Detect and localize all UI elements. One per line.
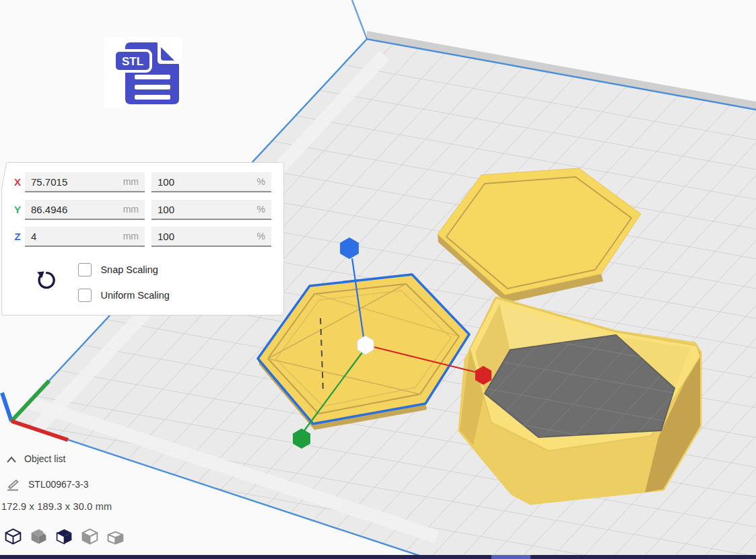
scale-tool-panel: X mm % Y mm % Z mm %: [1, 162, 284, 315]
x-size-input[interactable]: [25, 172, 145, 191]
scale-row-y: Y mm %: [2, 200, 283, 220]
mesh-type-toolbar: [3, 527, 125, 547]
status-bar: [0, 555, 756, 559]
cube-shell-icon[interactable]: [80, 527, 100, 546]
uniform-scaling-row: Uniform Scaling: [78, 289, 170, 303]
y-percent-input[interactable]: [151, 200, 271, 219]
scale-row-x: X mm %: [2, 172, 283, 192]
reset-counterclockwise-arrow-icon: [34, 269, 57, 292]
z-axis-label: Z: [11, 227, 24, 247]
z-size-input[interactable]: [25, 227, 145, 246]
stl-text-line: [135, 95, 170, 100]
x-percent-input[interactable]: [151, 172, 271, 191]
stl-file-icon[interactable]: STL: [104, 37, 182, 108]
cube-open-icon[interactable]: [106, 527, 125, 546]
object-list-title: Object list: [24, 453, 65, 464]
uniform-scaling-label: Uniform Scaling: [100, 290, 169, 301]
object-name: STL00967-3-3: [28, 479, 89, 490]
snap-scaling-checkbox[interactable]: [78, 263, 92, 276]
z-percent-input[interactable]: [151, 227, 271, 246]
stl-text-line: [135, 85, 170, 89]
chevron-up-icon[interactable]: [5, 455, 18, 467]
cube-wireframe-icon[interactable]: [3, 527, 23, 546]
snap-scaling-row: Snap Scaling: [78, 263, 158, 278]
snap-scaling-label: Snap Scaling: [100, 264, 158, 275]
stl-text-line: [135, 75, 170, 79]
x-axis-label: X: [11, 172, 24, 192]
y-size-input[interactable]: [25, 200, 145, 219]
object-dimensions: 172.9 x 189.3 x 30.0 mm: [1, 501, 112, 512]
uniform-scaling-checkbox[interactable]: [78, 289, 92, 302]
scale-row-z: Z mm %: [2, 227, 283, 247]
status-bar-segment[interactable]: [491, 555, 530, 559]
stl-badge-label: STL: [122, 55, 143, 68]
slicer-app: { "file_badge": { "label": "STL", "color…: [0, 0, 756, 559]
cube-cut-icon[interactable]: [55, 527, 74, 546]
cube-solid-icon[interactable]: [29, 527, 48, 546]
y-axis-label: Y: [11, 200, 24, 220]
reset-scale-button[interactable]: [34, 269, 57, 292]
stl-document-fold: [158, 42, 180, 64]
stl-document-fold-inner: [161, 47, 174, 61]
rename-pencil-icon[interactable]: [6, 478, 21, 494]
